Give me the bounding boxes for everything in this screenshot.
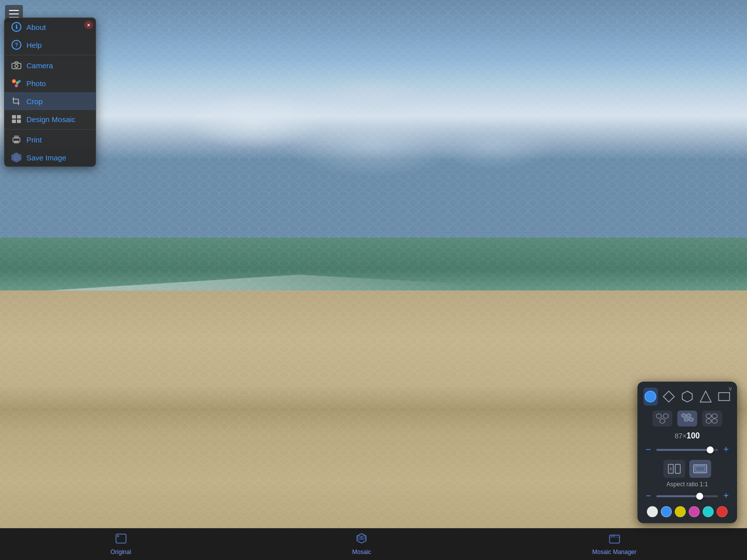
color-magenta-dot[interactable] bbox=[689, 506, 700, 517]
svg-rect-16 bbox=[14, 136, 19, 139]
svg-marker-29 bbox=[660, 419, 665, 423]
svg-point-1 bbox=[15, 65, 18, 68]
size-decrease-button[interactable]: − bbox=[643, 444, 653, 455]
color-white-dot[interactable] bbox=[647, 506, 658, 517]
save-image-icon bbox=[11, 152, 21, 162]
svg-rect-17 bbox=[14, 140, 19, 143]
size-display: 87×100 bbox=[643, 431, 731, 440]
svg-rect-12 bbox=[17, 115, 21, 119]
svg-rect-14 bbox=[17, 120, 21, 123]
size-slider-row: − + bbox=[643, 444, 731, 455]
svg-marker-27 bbox=[656, 414, 661, 419]
photo-label: Photo bbox=[26, 79, 46, 88]
hamburger-line-2 bbox=[9, 13, 19, 14]
about-icon: ℹ bbox=[11, 22, 21, 32]
menu-close-button[interactable]: × bbox=[84, 20, 93, 29]
design-mosaic-label: Design Mosaic bbox=[26, 115, 75, 124]
camera-icon bbox=[11, 60, 21, 70]
mosaic-icon bbox=[356, 533, 368, 547]
original-icon bbox=[115, 533, 127, 547]
hamburger-line-1 bbox=[9, 10, 19, 11]
aspect-fit-button[interactable] bbox=[663, 460, 685, 478]
svg-marker-28 bbox=[663, 414, 668, 419]
svg-rect-46 bbox=[696, 466, 705, 471]
toolbar-mosaic-button[interactable]: Mosaic bbox=[337, 529, 386, 560]
svg-point-6 bbox=[15, 84, 18, 87]
svg-point-22 bbox=[645, 391, 656, 402]
aspect-fill-button[interactable] bbox=[689, 460, 711, 478]
divider-1 bbox=[4, 55, 96, 55]
color-dots-row bbox=[643, 506, 731, 517]
shape-panel: ∨ bbox=[637, 382, 737, 523]
svg-rect-0 bbox=[12, 63, 21, 69]
svg-marker-37 bbox=[712, 419, 717, 423]
pattern-1-button[interactable] bbox=[652, 411, 672, 426]
shape-buttons-row bbox=[643, 388, 731, 406]
menu-item-help[interactable]: ? Help bbox=[4, 36, 96, 54]
shape-triangle-button[interactable] bbox=[698, 388, 713, 406]
print-label: Print bbox=[26, 136, 42, 144]
svg-marker-35 bbox=[712, 414, 717, 419]
pattern-3-button[interactable] bbox=[702, 411, 722, 426]
sand-layer bbox=[0, 290, 747, 528]
bottom-toolbar: Original Mosaic Mosaic Manager bbox=[0, 528, 747, 560]
panel-close-button[interactable]: ∨ bbox=[726, 385, 734, 393]
svg-marker-30 bbox=[682, 414, 686, 418]
menu-item-photo[interactable]: Photo bbox=[4, 74, 96, 92]
menu-item-about[interactable]: ℹ About bbox=[4, 18, 96, 36]
cloud-overlay bbox=[75, 26, 672, 264]
size-value: 87×100 bbox=[675, 432, 700, 440]
aspect-slider[interactable] bbox=[656, 495, 718, 497]
main-canvas bbox=[0, 0, 747, 528]
aspect-decrease-button[interactable]: − bbox=[643, 491, 653, 501]
svg-marker-24 bbox=[682, 391, 692, 402]
mosaic-manager-icon bbox=[609, 533, 621, 547]
svg-rect-48 bbox=[117, 535, 119, 537]
toolbar-original-button[interactable]: Original bbox=[96, 529, 146, 560]
svg-point-5 bbox=[18, 80, 21, 83]
size-increase-button[interactable]: + bbox=[721, 444, 731, 455]
shape-diamond-button[interactable] bbox=[662, 388, 676, 406]
save-image-label: Save Image bbox=[26, 153, 66, 162]
size-slider[interactable] bbox=[656, 449, 718, 451]
svg-rect-42 bbox=[675, 464, 680, 473]
print-icon bbox=[11, 135, 21, 144]
aspect-ratio-label: Aspect ratio 1:1 bbox=[643, 481, 731, 488]
original-label: Original bbox=[111, 549, 131, 556]
svg-marker-51 bbox=[361, 536, 366, 540]
toolbar-mosaic-manager-button[interactable]: Mosaic Manager bbox=[577, 529, 651, 560]
svg-marker-32 bbox=[684, 418, 688, 421]
crop-label: Crop bbox=[26, 97, 43, 106]
aspect-increase-button[interactable]: + bbox=[721, 491, 731, 501]
svg-marker-36 bbox=[706, 419, 711, 423]
svg-marker-31 bbox=[687, 414, 691, 418]
svg-rect-13 bbox=[12, 120, 16, 123]
color-cyan-dot[interactable] bbox=[703, 506, 714, 517]
mosaic-manager-label: Mosaic Manager bbox=[592, 549, 636, 556]
color-yellow-dot[interactable] bbox=[675, 506, 686, 517]
svg-point-3 bbox=[13, 80, 15, 82]
color-red-dot[interactable] bbox=[717, 506, 728, 517]
dropdown-menu: × ℹ About ? Help Camera bbox=[4, 17, 96, 167]
shape-hexagon-button[interactable] bbox=[680, 388, 695, 406]
menu-item-design-mosaic[interactable]: Design Mosaic bbox=[4, 110, 96, 128]
camera-label: Camera bbox=[26, 61, 53, 70]
menu-item-camera[interactable]: Camera bbox=[4, 56, 96, 74]
design-mosaic-icon bbox=[11, 114, 21, 124]
crop-icon bbox=[11, 96, 21, 106]
color-blue-dot[interactable] bbox=[661, 506, 672, 517]
pattern-buttons-row bbox=[643, 411, 731, 426]
aspect-ratio-buttons bbox=[643, 460, 731, 478]
menu-item-print[interactable]: Print bbox=[4, 131, 96, 148]
menu-item-save-image[interactable]: Save Image bbox=[4, 148, 96, 166]
help-label: Help bbox=[26, 41, 42, 49]
divider-2 bbox=[4, 129, 96, 130]
photo-icon bbox=[11, 78, 21, 88]
svg-rect-11 bbox=[12, 115, 16, 119]
menu-item-crop[interactable]: Crop bbox=[4, 92, 96, 110]
svg-rect-26 bbox=[719, 393, 730, 401]
shape-circle-button[interactable] bbox=[643, 388, 658, 406]
svg-marker-25 bbox=[700, 391, 711, 402]
pattern-2-button[interactable] bbox=[677, 411, 697, 426]
aspect-slider-row: − + bbox=[643, 491, 731, 501]
